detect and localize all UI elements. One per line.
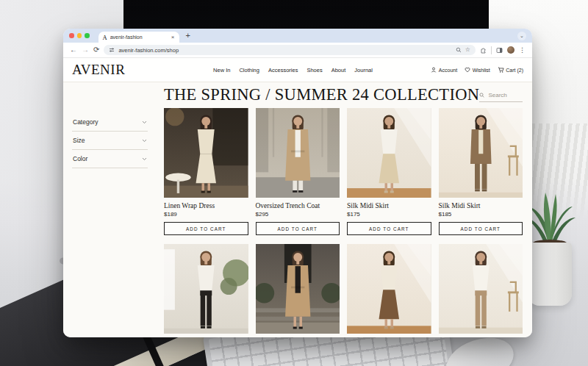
product-grid-row-2: model in white tank top and black trouse…	[164, 244, 523, 334]
site-info-icon[interactable]	[109, 47, 115, 53]
main-nav: New In Clothing Accessories Shoes About …	[213, 67, 373, 73]
product-image[interactable]: model in white top and brown silk skirt …	[347, 244, 431, 334]
extensions-icon[interactable]	[480, 47, 487, 54]
filter-sidebar: Category Size Color	[72, 113, 148, 337]
product-price: $295	[256, 211, 340, 218]
side-panel-icon[interactable]	[496, 47, 503, 54]
zoom-window-button[interactable]	[85, 33, 90, 38]
product-card: model in white shirt and champagne silk …	[347, 108, 431, 236]
site-viewport: AVENIR New In Clothing Accessories Shoes…	[63, 58, 532, 337]
nav-about[interactable]: About	[331, 67, 346, 73]
account-icon	[431, 67, 437, 73]
browser-menu-icon[interactable]: ⋮	[519, 47, 526, 54]
chevron-down-icon	[142, 157, 147, 161]
tab-favicon: A	[103, 34, 107, 41]
shop-page: Category Size Color THE SPRING / SUMMER …	[63, 82, 532, 337]
tab-title: avenir-fashion	[110, 35, 168, 40]
filter-color[interactable]: Color	[72, 150, 148, 168]
search-input[interactable]	[488, 92, 523, 98]
tab-bar: A avenir-fashion × + ⌄	[63, 29, 532, 43]
product-price: $185	[439, 211, 523, 218]
product-card: model in beige trench coat walking city …	[256, 108, 340, 236]
browser-window: A avenir-fashion × + ⌄ ← → ⟳ avenir-fash…	[63, 29, 532, 337]
back-button[interactable]: ←	[70, 46, 77, 54]
chevron-down-icon	[142, 139, 147, 143]
filter-size[interactable]: Size	[72, 132, 148, 150]
site-header: AVENIR New In Clothing Accessories Shoes…	[63, 58, 532, 82]
add-to-cart-button[interactable]: ADD TO CART	[256, 222, 340, 235]
chevron-down-icon	[142, 121, 147, 124]
forward-button[interactable]: →	[82, 46, 89, 54]
product-card: model in white top and brown silk skirt …	[347, 244, 431, 334]
product-image[interactable]: model in white shirt and champagne silk …	[347, 108, 431, 198]
browser-tab[interactable]: A avenir-fashion ×	[98, 32, 179, 43]
product-grid-row-1: model in cream wrap dress seated at pari…	[164, 108, 523, 236]
product-name[interactable]: Oversized Trench Coat	[256, 202, 340, 209]
zoom-icon[interactable]	[456, 47, 462, 53]
profile-avatar[interactable]	[507, 46, 514, 54]
product-image[interactable]: model in beige trench coat walking city …	[256, 108, 340, 198]
browser-toolbar: ← → ⟳ avenir-fashion.com/shop ☆ ⋮	[63, 43, 532, 58]
heart-icon	[465, 67, 470, 73]
site-logo[interactable]: AVENIR	[72, 62, 125, 78]
product-image[interactable]: model in white tank top and black trouse…	[164, 244, 248, 334]
nav-journal[interactable]: Journal	[354, 67, 373, 73]
minimize-window-button[interactable]	[77, 33, 82, 38]
cart-icon	[498, 67, 504, 73]
filter-category[interactable]: Category	[72, 113, 148, 132]
new-tab-button[interactable]: +	[186, 32, 190, 40]
product-card: model in trench coat over black dress on…	[256, 244, 340, 334]
reload-button[interactable]: ⟳	[93, 46, 99, 54]
search-box[interactable]	[479, 92, 523, 102]
product-image[interactable]: model in trench coat over black dress on…	[256, 244, 340, 334]
wishlist-link[interactable]: Wishlist	[465, 67, 490, 73]
url-text: avenir-fashion.com/shop	[118, 47, 179, 54]
product-card: model in brown relaxed suit in sunlit ro…	[439, 108, 523, 236]
tab-close-icon[interactable]: ×	[171, 35, 175, 40]
collection-content: THE SPRING / SUMMER 24 COLLECTION model …	[164, 87, 523, 337]
add-to-cart-button[interactable]: ADD TO CART	[347, 222, 431, 235]
product-card: model in white shirt and tan trousers in…	[439, 244, 523, 334]
nav-shoes[interactable]: Shoes	[306, 67, 322, 73]
close-window-button[interactable]	[69, 33, 74, 38]
account-link[interactable]: Account	[431, 67, 457, 73]
product-image[interactable]: model in brown relaxed suit in sunlit ro…	[439, 108, 523, 198]
product-card: model in white tank top and black trouse…	[164, 244, 248, 334]
search-icon	[479, 92, 484, 98]
nav-accessories[interactable]: Accessories	[268, 67, 298, 73]
add-to-cart-button[interactable]: ADD TO CART	[439, 222, 523, 235]
product-image[interactable]: model in white shirt and tan trousers in…	[439, 244, 523, 334]
cart-link[interactable]: Cart (2)	[498, 67, 523, 73]
product-name[interactable]: Silk Midi Skirt	[439, 202, 523, 209]
window-controls	[69, 33, 90, 38]
page-title: THE SPRING / SUMMER 24 COLLECTION	[164, 87, 479, 104]
nav-new-in[interactable]: New In	[213, 67, 230, 73]
header-utilities: Account Wishlist Cart (2)	[431, 67, 523, 73]
tab-overview-chevron-icon[interactable]: ⌄	[517, 32, 526, 40]
nav-clothing[interactable]: Clothing	[239, 67, 259, 73]
add-to-cart-button[interactable]: ADD TO CART	[164, 222, 248, 235]
address-bar[interactable]: avenir-fashion.com/shop ☆	[104, 45, 476, 55]
toolbar-divider	[491, 46, 492, 54]
product-image[interactable]: model in cream wrap dress seated at pari…	[164, 108, 248, 198]
product-name[interactable]: Linen Wrap Dress	[164, 202, 248, 209]
product-price: $175	[347, 211, 431, 218]
product-price: $189	[164, 211, 248, 218]
product-card: model in cream wrap dress seated at pari…	[164, 108, 248, 236]
plant-pot	[528, 243, 572, 306]
product-name[interactable]: Silk Midi Skirt	[347, 202, 431, 209]
bookmark-star-icon[interactable]: ☆	[465, 47, 470, 53]
